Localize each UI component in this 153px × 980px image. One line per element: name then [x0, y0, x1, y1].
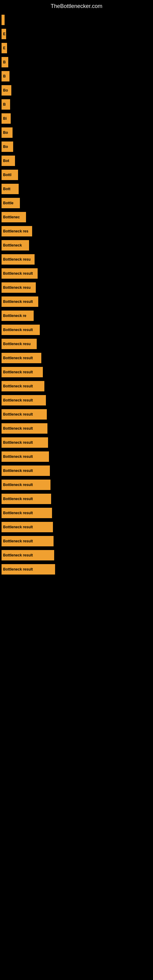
bar-label: Bot	[3, 159, 9, 163]
bars-container: EEBBBoBBiBoBoBotBottlBottBottleBottlenec…	[0, 11, 153, 581]
bar-row: Bottleneck result	[2, 380, 150, 392]
bar-label: Bottleneck resu	[3, 342, 30, 346]
bar-label: Bottle	[3, 201, 13, 205]
bar-item: Bottleneck result	[2, 494, 51, 504]
bar-row: Bottleneck result	[2, 409, 150, 420]
bar-label: Bottleneck result	[3, 370, 33, 374]
bar-item: Bottle	[2, 198, 20, 208]
bar-item: Bottleneck re	[2, 310, 33, 321]
bar-item: Bottleneck res	[2, 226, 32, 236]
bar-row: Bottleneck result	[2, 423, 150, 434]
bar-row: Bottl	[2, 169, 150, 181]
bar-label: B	[3, 74, 6, 78]
bar-row	[2, 14, 150, 26]
bar-label: Bottleneck result	[3, 426, 33, 431]
bar-row: Bottleneck result	[2, 451, 150, 463]
bar-row: Bottleneck result	[2, 521, 150, 533]
bar-row: Bo	[2, 127, 150, 138]
bar-label: Bottleneck result	[3, 398, 33, 402]
bar-label: Bottleneck resu	[3, 285, 30, 290]
bar-row: Bottleneck result	[2, 296, 150, 307]
bar-item: Bo	[2, 127, 13, 138]
bar-row: Bo	[2, 84, 150, 96]
bar-item: Bottleneck result	[2, 438, 48, 448]
bar-item: E	[2, 43, 7, 53]
bar-item: Bottleneck result	[2, 564, 55, 574]
bar-row: Bottleneck result	[2, 395, 150, 406]
bar-row: Bottleneck result	[2, 352, 150, 364]
bar-row: Bottleneck result	[2, 324, 150, 336]
bar-item	[2, 15, 5, 25]
bar-item: Bottlenec	[2, 212, 26, 222]
bar-item: Bottl	[2, 170, 18, 180]
bar-label: Bott	[3, 187, 10, 191]
bar-row: E	[2, 28, 150, 40]
bar-item: Bottleneck resu	[2, 339, 37, 349]
bar-label: Bottleneck result	[3, 539, 33, 543]
bar-row: B	[2, 56, 150, 68]
bar-label: Bottleneck re	[3, 313, 26, 318]
bar-item: Bottleneck result	[2, 353, 41, 363]
bar-label: Bo	[3, 88, 8, 92]
bar-label: Bottleneck result	[3, 483, 33, 487]
bar-item: B	[2, 57, 8, 67]
bar-item: Bottleneck result	[2, 536, 54, 546]
bar-label: Bottleneck result	[3, 271, 33, 275]
bar-row: Bottleneck result	[2, 507, 150, 519]
bar-label: B	[3, 102, 6, 107]
bar-label: Bottleneck result	[3, 511, 33, 515]
bar-label: Bottleneck result	[3, 328, 33, 332]
bar-row: Bottleneck result	[2, 493, 150, 505]
bar-row: B	[2, 99, 150, 110]
bar-item: Bottleneck result	[2, 381, 45, 391]
bar-row: Bottleneck resu	[2, 338, 150, 350]
bar-row: Bi	[2, 113, 150, 124]
bar-item: Bo	[2, 85, 11, 95]
bar-item: Bi	[2, 113, 11, 124]
bar-item: Bottleneck	[2, 240, 29, 250]
bar-row: Bo	[2, 141, 150, 153]
bar-label: Bo	[3, 130, 8, 135]
bar-label: Bottl	[3, 173, 11, 177]
bar-row: B	[2, 70, 150, 82]
bar-row: Bottleneck	[2, 240, 150, 251]
bar-label: Bottleneck res	[3, 229, 29, 233]
bar-label: E	[3, 46, 5, 50]
bar-item: B	[2, 99, 10, 110]
bar-row: Bottleneck result	[2, 465, 150, 477]
bar-label: Bottleneck result	[3, 412, 33, 417]
bar-label: Bottleneck resu	[3, 257, 30, 261]
bar-label: Bottleneck result	[3, 497, 33, 501]
bar-item: Bottleneck result	[2, 452, 49, 462]
bar-row: Bottleneck res	[2, 225, 150, 237]
bar-item: Bottleneck result	[2, 296, 38, 307]
bar-row: Bott	[2, 183, 150, 195]
bar-item: Bottleneck result	[2, 550, 54, 560]
bar-row: Bottleneck result	[2, 437, 150, 449]
bar-item: Bottleneck resu	[2, 254, 35, 265]
bar-row: Bottle	[2, 197, 150, 209]
bar-label: Bottleneck result	[3, 299, 33, 304]
bar-label: Bottleneck result	[3, 356, 33, 360]
bar-item: Bottleneck result	[2, 480, 51, 490]
bar-row: Bottlenec	[2, 211, 150, 223]
bar-item: B	[2, 71, 10, 81]
bar-row: Bottleneck result	[2, 479, 150, 491]
bar-row: Bottleneck result	[2, 535, 150, 547]
bar-row: Bottleneck resu	[2, 282, 150, 293]
bar-label: E	[3, 32, 5, 36]
bar-item: Bottleneck result	[2, 423, 48, 434]
bar-label: Bi	[3, 116, 7, 121]
bar-item: Bottleneck result	[2, 325, 40, 335]
bar-label: Bottleneck result	[3, 553, 33, 557]
bar-label: Bottleneck result	[3, 384, 33, 388]
bar-item: Bottleneck result	[2, 466, 50, 476]
bar-label: Bottlenec	[3, 215, 20, 219]
bar-label: Bo	[3, 145, 8, 149]
bar-row: Bottleneck result	[2, 563, 150, 575]
bar-item: Bo	[2, 142, 13, 152]
bar-row: Bottleneck resu	[2, 254, 150, 265]
bar-label: B	[3, 60, 6, 64]
bar-row: E	[2, 42, 150, 54]
bar-label: Bottleneck result	[3, 469, 33, 473]
